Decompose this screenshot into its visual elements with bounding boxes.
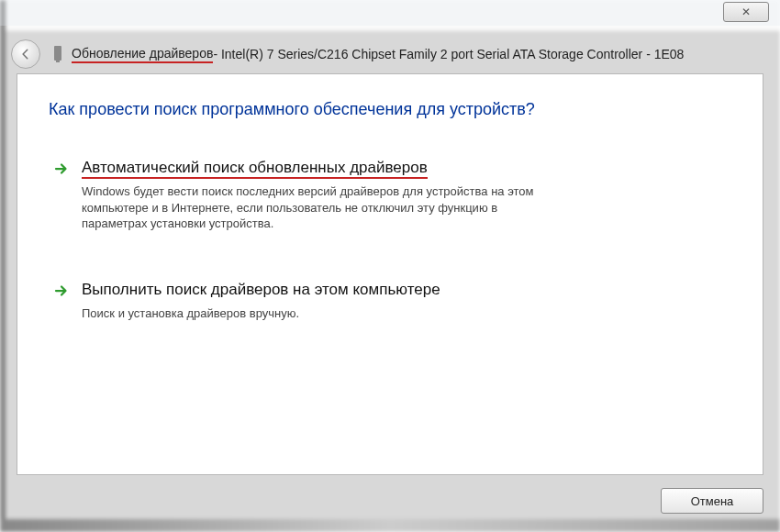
option-auto-search[interactable]: Автоматический поиск обновленных драйвер…	[49, 154, 731, 236]
driver-update-wizard-window: ✕ Обновление драйверов - Intel(R) 7 Seri…	[0, 0, 780, 532]
option-browse-computer[interactable]: Выполнить поиск драйверов на этом компью…	[49, 276, 731, 326]
wizard-title-rest: - Intel(R) 7 Series/C216 Chipset Family …	[213, 47, 684, 61]
arrow-left-icon	[19, 48, 32, 61]
device-icon	[51, 46, 64, 62]
cancel-button[interactable]: Отмена	[661, 488, 763, 514]
page-heading: Как провести поиск программного обеспече…	[49, 100, 731, 119]
option-body: Автоматический поиск обновленных драйвер…	[82, 158, 728, 232]
back-button[interactable]	[11, 39, 40, 69]
wizard-title-highlight: Обновление драйверов	[72, 46, 213, 63]
close-icon: ✕	[741, 6, 751, 18]
arrow-right-icon	[52, 282, 71, 300]
option-body: Выполнить поиск драйверов на этом компью…	[82, 280, 728, 322]
option-desc: Поиск и установка драйверов вручную.	[82, 305, 559, 322]
svg-rect-1	[56, 61, 60, 62]
content-frame: Как провести поиск программного обеспече…	[17, 73, 763, 475]
arrow-right-icon	[52, 160, 71, 178]
svg-rect-0	[54, 46, 61, 61]
window-titlebar: ✕	[0, 0, 780, 26]
nav-row: Обновление драйверов - Intel(R) 7 Series…	[11, 39, 769, 70]
option-title: Автоматический поиск обновленных драйвер…	[82, 159, 428, 179]
wizard-title: Обновление драйверов - Intel(R) 7 Series…	[72, 46, 684, 63]
window-close-button[interactable]: ✕	[723, 2, 769, 22]
option-desc: Windows будет вести поиск последних верс…	[82, 183, 559, 232]
footer: Отмена	[17, 482, 763, 519]
option-title: Выполнить поиск драйверов на этом компью…	[82, 281, 440, 298]
